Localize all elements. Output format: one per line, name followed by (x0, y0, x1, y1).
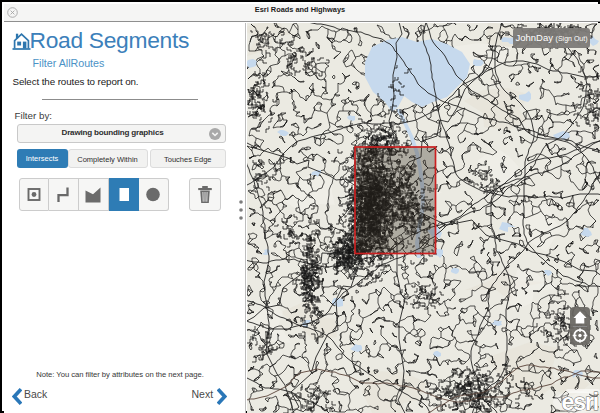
svg-text:esri: esri (562, 389, 599, 413)
